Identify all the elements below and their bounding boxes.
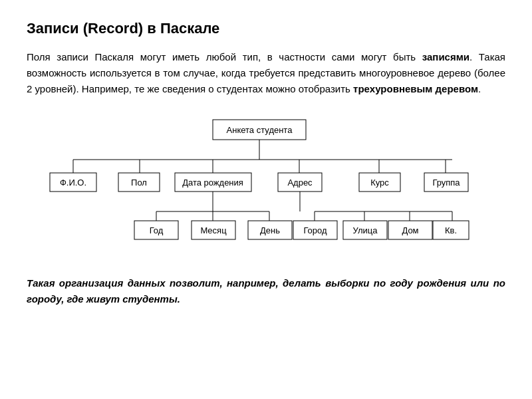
svg-text:Ф.И.О.: Ф.И.О.: [60, 178, 86, 188]
svg-text:Кв.: Кв.: [445, 225, 457, 235]
tree-diagram: Анкета студента Ф.И.О. Пол Дата рождения…: [27, 113, 505, 259]
svg-text:Адрес: Адрес: [287, 178, 313, 188]
svg-text:Город: Город: [303, 225, 327, 235]
intro-bold-2: трехуровневым деревом: [353, 83, 478, 94]
footer-text: Такая организация данных позволит, напри…: [27, 275, 505, 307]
page-title: Записи (Record) в Паскале: [27, 20, 505, 37]
svg-text:Дата рождения: Дата рождения: [182, 178, 243, 188]
svg-text:Месяц: Месяц: [200, 225, 227, 235]
svg-text:Группа: Группа: [432, 178, 460, 188]
intro-text-1: Поля записи Паскаля могут иметь любой ти…: [27, 51, 422, 63]
svg-text:Пол: Пол: [131, 178, 147, 188]
svg-text:Анкета студента: Анкета студента: [227, 125, 293, 135]
svg-text:Курс: Курс: [370, 178, 389, 188]
svg-text:День: День: [260, 225, 280, 235]
intro-text-3: .: [478, 83, 481, 94]
intro-paragraph: Поля записи Паскаля могут иметь любой ти…: [27, 49, 505, 97]
svg-text:Улица: Улица: [353, 225, 378, 235]
svg-text:Год: Год: [150, 225, 164, 235]
tree-svg: Анкета студента Ф.И.О. Пол Дата рождения…: [40, 113, 492, 259]
intro-bold-1: записями: [422, 51, 469, 63]
svg-text:Дом: Дом: [402, 225, 418, 235]
